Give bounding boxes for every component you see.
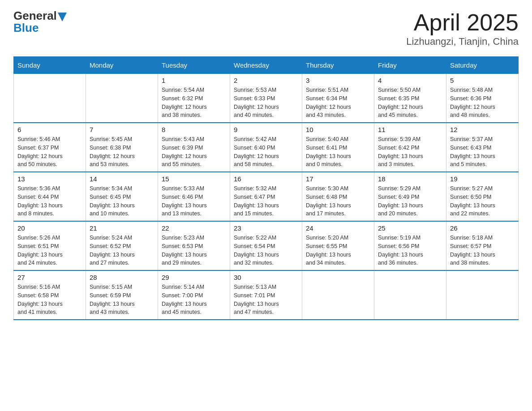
day-number: 30 bbox=[234, 274, 298, 281]
day-number: 5 bbox=[450, 77, 515, 84]
calendar-cell: 26Sunrise: 5:18 AM Sunset: 6:57 PM Dayli… bbox=[446, 221, 519, 270]
day-number: 1 bbox=[162, 77, 226, 84]
day-info: Sunrise: 5:50 AM Sunset: 6:35 PM Dayligh… bbox=[378, 86, 442, 120]
day-info: Sunrise: 5:13 AM Sunset: 7:01 PM Dayligh… bbox=[234, 283, 298, 317]
day-info: Sunrise: 5:45 AM Sunset: 6:38 PM Dayligh… bbox=[90, 135, 154, 169]
day-info: Sunrise: 5:40 AM Sunset: 6:41 PM Dayligh… bbox=[306, 135, 370, 169]
day-number: 16 bbox=[234, 175, 298, 183]
day-info: Sunrise: 5:29 AM Sunset: 6:49 PM Dayligh… bbox=[378, 184, 442, 218]
day-number: 15 bbox=[162, 175, 226, 183]
calendar-cell: 29Sunrise: 5:14 AM Sunset: 7:00 PM Dayli… bbox=[158, 270, 230, 320]
calendar-cell: 11Sunrise: 5:39 AM Sunset: 6:42 PM Dayli… bbox=[374, 123, 446, 172]
day-number: 11 bbox=[378, 126, 442, 133]
day-number: 21 bbox=[90, 224, 154, 232]
day-info: Sunrise: 5:34 AM Sunset: 6:45 PM Dayligh… bbox=[90, 184, 154, 218]
calendar-cell bbox=[86, 74, 158, 123]
calendar-subtitle: Lizhuangzi, Tianjin, China bbox=[406, 36, 519, 47]
day-number: 26 bbox=[450, 224, 515, 232]
days-of-week-row: SundayMondayTuesdayWednesdayThursdayFrid… bbox=[14, 57, 519, 74]
day-info: Sunrise: 5:30 AM Sunset: 6:48 PM Dayligh… bbox=[306, 184, 370, 218]
calendar-table: SundayMondayTuesdayWednesdayThursdayFrid… bbox=[13, 56, 519, 320]
calendar-cell: 7Sunrise: 5:45 AM Sunset: 6:38 PM Daylig… bbox=[86, 123, 158, 172]
calendar-title-block: April 2025 Lizhuangzi, Tianjin, China bbox=[406, 9, 519, 47]
calendar-cell: 21Sunrise: 5:24 AM Sunset: 6:52 PM Dayli… bbox=[86, 221, 158, 270]
day-header-friday: Friday bbox=[374, 57, 446, 74]
day-header-wednesday: Wednesday bbox=[230, 57, 302, 74]
day-number: 12 bbox=[450, 126, 515, 133]
day-number: 14 bbox=[90, 175, 154, 183]
day-info: Sunrise: 5:46 AM Sunset: 6:37 PM Dayligh… bbox=[17, 135, 82, 169]
day-number: 3 bbox=[306, 77, 370, 84]
day-info: Sunrise: 5:20 AM Sunset: 6:55 PM Dayligh… bbox=[306, 234, 370, 267]
day-info: Sunrise: 5:18 AM Sunset: 6:57 PM Dayligh… bbox=[450, 234, 515, 267]
calendar-cell: 5Sunrise: 5:48 AM Sunset: 6:36 PM Daylig… bbox=[446, 74, 519, 123]
day-number: 17 bbox=[306, 175, 370, 183]
logo-triangle-icon bbox=[58, 12, 67, 21]
day-info: Sunrise: 5:43 AM Sunset: 6:39 PM Dayligh… bbox=[162, 135, 226, 169]
day-header-thursday: Thursday bbox=[302, 57, 374, 74]
day-info: Sunrise: 5:33 AM Sunset: 6:46 PM Dayligh… bbox=[162, 184, 226, 218]
day-info: Sunrise: 5:37 AM Sunset: 6:43 PM Dayligh… bbox=[450, 135, 515, 169]
day-header-sunday: Sunday bbox=[14, 57, 86, 74]
week-row-5: 27Sunrise: 5:16 AM Sunset: 6:58 PM Dayli… bbox=[14, 270, 519, 320]
calendar-cell: 3Sunrise: 5:51 AM Sunset: 6:34 PM Daylig… bbox=[302, 74, 374, 123]
calendar-cell: 25Sunrise: 5:19 AM Sunset: 6:56 PM Dayli… bbox=[374, 221, 446, 270]
logo: General Blue bbox=[13, 9, 67, 35]
day-number: 10 bbox=[306, 126, 370, 133]
calendar-cell: 30Sunrise: 5:13 AM Sunset: 7:01 PM Dayli… bbox=[230, 270, 302, 320]
calendar-cell: 12Sunrise: 5:37 AM Sunset: 6:43 PM Dayli… bbox=[446, 123, 519, 172]
calendar-cell: 23Sunrise: 5:22 AM Sunset: 6:54 PM Dayli… bbox=[230, 221, 302, 270]
week-row-2: 6Sunrise: 5:46 AM Sunset: 6:37 PM Daylig… bbox=[14, 123, 519, 172]
day-number: 19 bbox=[450, 175, 515, 183]
day-number: 2 bbox=[234, 77, 298, 84]
day-info: Sunrise: 5:23 AM Sunset: 6:53 PM Dayligh… bbox=[162, 234, 226, 267]
day-info: Sunrise: 5:16 AM Sunset: 6:58 PM Dayligh… bbox=[17, 283, 82, 317]
calendar-cell: 17Sunrise: 5:30 AM Sunset: 6:48 PM Dayli… bbox=[302, 172, 374, 221]
day-number: 24 bbox=[306, 224, 370, 232]
calendar-cell: 27Sunrise: 5:16 AM Sunset: 6:58 PM Dayli… bbox=[14, 270, 86, 320]
day-info: Sunrise: 5:19 AM Sunset: 6:56 PM Dayligh… bbox=[378, 234, 442, 267]
calendar-header: SundayMondayTuesdayWednesdayThursdayFrid… bbox=[14, 57, 519, 74]
calendar-cell: 24Sunrise: 5:20 AM Sunset: 6:55 PM Dayli… bbox=[302, 221, 374, 270]
calendar-cell: 4Sunrise: 5:50 AM Sunset: 6:35 PM Daylig… bbox=[374, 74, 446, 123]
calendar-cell bbox=[374, 270, 446, 320]
day-info: Sunrise: 5:53 AM Sunset: 6:33 PM Dayligh… bbox=[234, 86, 298, 120]
calendar-cell: 2Sunrise: 5:53 AM Sunset: 6:33 PM Daylig… bbox=[230, 74, 302, 123]
svg-marker-0 bbox=[58, 13, 67, 21]
day-number: 22 bbox=[162, 224, 226, 232]
day-number: 6 bbox=[17, 126, 82, 133]
calendar-cell: 8Sunrise: 5:43 AM Sunset: 6:39 PM Daylig… bbox=[158, 123, 230, 172]
day-info: Sunrise: 5:36 AM Sunset: 6:44 PM Dayligh… bbox=[17, 184, 82, 218]
day-number: 4 bbox=[378, 77, 442, 84]
calendar-cell: 22Sunrise: 5:23 AM Sunset: 6:53 PM Dayli… bbox=[158, 221, 230, 270]
logo-blue: Blue bbox=[13, 21, 39, 35]
page-header: General Blue April 2025 Lizhuangzi, Tian… bbox=[13, 9, 519, 47]
day-number: 8 bbox=[162, 126, 226, 133]
calendar-cell: 14Sunrise: 5:34 AM Sunset: 6:45 PM Dayli… bbox=[86, 172, 158, 221]
calendar-cell bbox=[14, 74, 86, 123]
calendar-cell: 13Sunrise: 5:36 AM Sunset: 6:44 PM Dayli… bbox=[14, 172, 86, 221]
day-number: 25 bbox=[378, 224, 442, 232]
day-number: 7 bbox=[90, 126, 154, 133]
calendar-title: April 2025 bbox=[406, 9, 519, 36]
day-info: Sunrise: 5:27 AM Sunset: 6:50 PM Dayligh… bbox=[450, 184, 515, 218]
day-info: Sunrise: 5:22 AM Sunset: 6:54 PM Dayligh… bbox=[234, 234, 298, 267]
day-info: Sunrise: 5:54 AM Sunset: 6:32 PM Dayligh… bbox=[162, 86, 226, 120]
day-number: 9 bbox=[234, 126, 298, 133]
calendar-body: 1Sunrise: 5:54 AM Sunset: 6:32 PM Daylig… bbox=[14, 74, 519, 320]
day-info: Sunrise: 5:32 AM Sunset: 6:47 PM Dayligh… bbox=[234, 184, 298, 218]
day-info: Sunrise: 5:15 AM Sunset: 6:59 PM Dayligh… bbox=[90, 283, 154, 317]
week-row-3: 13Sunrise: 5:36 AM Sunset: 6:44 PM Dayli… bbox=[14, 172, 519, 221]
calendar-cell: 20Sunrise: 5:26 AM Sunset: 6:51 PM Dayli… bbox=[14, 221, 86, 270]
day-info: Sunrise: 5:14 AM Sunset: 7:00 PM Dayligh… bbox=[162, 283, 226, 317]
day-info: Sunrise: 5:42 AM Sunset: 6:40 PM Dayligh… bbox=[234, 135, 298, 169]
day-info: Sunrise: 5:48 AM Sunset: 6:36 PM Dayligh… bbox=[450, 86, 515, 120]
day-number: 28 bbox=[90, 274, 154, 281]
calendar-cell bbox=[446, 270, 519, 320]
calendar-cell: 9Sunrise: 5:42 AM Sunset: 6:40 PM Daylig… bbox=[230, 123, 302, 172]
day-header-tuesday: Tuesday bbox=[158, 57, 230, 74]
calendar-cell: 10Sunrise: 5:40 AM Sunset: 6:41 PM Dayli… bbox=[302, 123, 374, 172]
week-row-1: 1Sunrise: 5:54 AM Sunset: 6:32 PM Daylig… bbox=[14, 74, 519, 123]
calendar-cell: 15Sunrise: 5:33 AM Sunset: 6:46 PM Dayli… bbox=[158, 172, 230, 221]
day-info: Sunrise: 5:26 AM Sunset: 6:51 PM Dayligh… bbox=[17, 234, 82, 267]
